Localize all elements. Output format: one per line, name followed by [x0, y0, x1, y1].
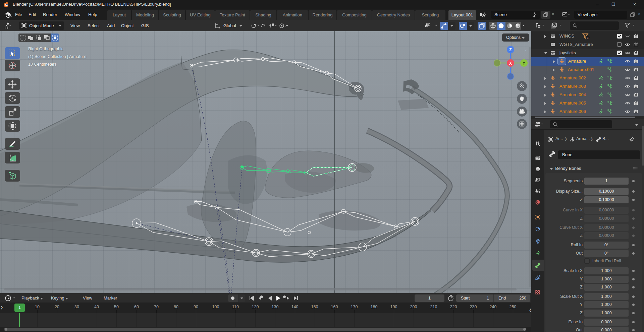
svg-text:X: X	[509, 61, 512, 66]
svg-text:3: 3	[587, 36, 588, 40]
svg-text:Y: Y	[523, 61, 525, 66]
svg-text:Z: Z	[509, 48, 512, 52]
